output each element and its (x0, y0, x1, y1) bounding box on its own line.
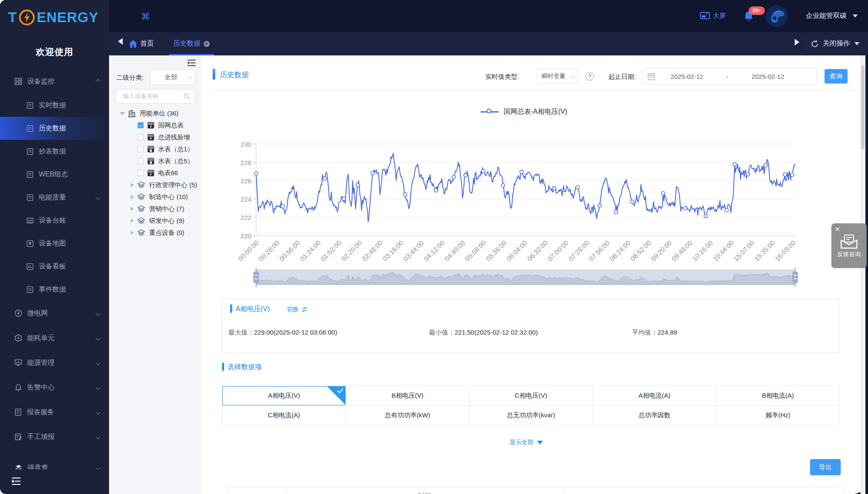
close-icon[interactable]: ✕ (835, 225, 840, 233)
tree-node-group-重点设备 (0)[interactable]: 重点设备 (0) (111, 227, 201, 239)
tree-node-group-营销中心 (7)[interactable]: 营销中心 (7) (111, 203, 201, 215)
data-point-marker[interactable] (342, 197, 346, 200)
metric-option-B相电流(A)[interactable]: B相电流(A) (716, 386, 840, 406)
data-point-marker[interactable] (725, 208, 728, 212)
data-point-marker[interactable] (790, 173, 794, 176)
export-button[interactable]: 导出 (810, 459, 841, 475)
datazoom-handle-right[interactable] (793, 272, 798, 283)
sidebar-item-WEB组态[interactable]: WEB组态 (0, 163, 109, 186)
data-point-marker[interactable] (661, 191, 665, 195)
caret-collapsed-icon[interactable] (131, 219, 134, 223)
panel-collapse-icon[interactable] (187, 59, 196, 66)
sidebar-item-能源管理[interactable]: 能源管理 (0, 350, 109, 375)
tree-node-device-水表（总1）[interactable]: 水表（总1） (111, 143, 201, 155)
notifications-button[interactable]: 99+ (744, 11, 754, 22)
data-point-marker[interactable] (683, 206, 687, 210)
sidebar-item-能耗单元[interactable]: 能耗单元 (0, 326, 109, 350)
checkbox[interactable] (138, 146, 144, 152)
scrollbar-track[interactable] (860, 55, 865, 494)
sidebar-item-历史数据[interactable]: 历史数据 (0, 117, 109, 140)
tabs-scroll-left-icon[interactable] (118, 38, 123, 45)
tab-close-icon[interactable]: ✕ (204, 41, 210, 47)
tab-home[interactable]: 首页 (129, 32, 154, 55)
metric-option-A相电流(A)[interactable]: A相电流(A) (593, 386, 716, 406)
metric-option-总功率因数[interactable]: 总功率因数 (593, 406, 716, 425)
sidebar-item-设备台账[interactable]: 设备台账 (0, 209, 109, 232)
realtime-type-select[interactable]: 瞬时变量 (536, 69, 578, 84)
sidebar-item-事件数据[interactable]: 事件数据 (0, 278, 109, 301)
query-button[interactable]: 查询 (825, 69, 848, 84)
data-point-marker[interactable] (281, 205, 284, 208)
caret-collapsed-icon[interactable] (131, 195, 134, 199)
checkbox[interactable] (138, 158, 144, 164)
sidebar-item-设备地图[interactable]: 设备地图 (0, 232, 109, 255)
sidebar-item-报表服务[interactable]: 报表服务 (0, 400, 109, 425)
sidebar-item-电能质量[interactable]: 电能质量 (0, 186, 109, 209)
history-line-chart[interactable]: 22022222422622823000:00:0000:28:0000:56:… (201, 102, 823, 294)
data-point-marker[interactable] (783, 173, 787, 176)
category-filter-select[interactable]: 全部 (150, 69, 195, 85)
metric-option-B相电压(V)[interactable]: B相电压(V) (346, 386, 470, 406)
tree-node-device-总进线新增[interactable]: 总进线新增 (111, 131, 201, 143)
date-end-input[interactable]: 2025-02-12 (736, 73, 800, 80)
metric-option-频率(Hz)[interactable]: 频率(Hz) (716, 406, 840, 425)
checkbox[interactable] (138, 134, 144, 140)
switch-metric-link[interactable]: 切换 (287, 306, 308, 313)
scrollbar-thumb[interactable] (861, 65, 865, 149)
data-point-marker[interactable] (552, 187, 556, 190)
metric-option-A相电压(V)[interactable]: A相电压(V) (222, 386, 346, 406)
data-point-marker[interactable] (576, 185, 579, 189)
data-point-marker[interactable] (733, 162, 736, 166)
datazoom-handle-left[interactable] (254, 272, 259, 283)
metric-option-总有功功率(kW)[interactable]: 总有功功率(kW) (346, 406, 470, 425)
data-point-marker[interactable] (764, 163, 767, 167)
data-point-marker[interactable] (403, 193, 407, 196)
datazoom-selection[interactable] (256, 270, 795, 285)
tree-node-group-制造中心 (10)[interactable]: 制造中心 (10) (111, 191, 201, 203)
data-point-marker[interactable] (746, 173, 750, 176)
data-point-marker[interactable] (464, 173, 467, 177)
data-point-marker[interactable] (482, 169, 485, 173)
data-point-marker[interactable] (614, 210, 617, 214)
big-screen-button[interactable]: 大屏 (700, 12, 726, 20)
caret-collapsed-icon[interactable] (131, 183, 134, 187)
menu-fold-icon[interactable] (12, 477, 21, 485)
tree-node-group-行政管理中心 (5)[interactable]: 行政管理中心 (5) (111, 179, 201, 191)
device-search-input[interactable]: 输入设备名称 (116, 89, 195, 104)
close-operations-dropdown[interactable]: 关闭操作 (810, 32, 859, 55)
data-point-marker[interactable] (502, 184, 505, 187)
show-all-link[interactable]: 显示全部 (510, 439, 543, 446)
tree-node-device-水表（总5）[interactable]: 水表（总5） (111, 155, 201, 167)
caret-collapsed-icon[interactable] (131, 231, 134, 235)
tree-node-group-研发中心 (9)[interactable]: 研发中心 (9) (111, 215, 201, 227)
checkbox[interactable] (138, 170, 144, 176)
data-point-marker[interactable] (598, 204, 601, 207)
data-point-marker[interactable] (434, 188, 438, 192)
tab-history-data[interactable]: 历史数据 ✕ (169, 32, 214, 55)
data-point-marker[interactable] (254, 172, 258, 175)
data-point-marker[interactable] (704, 214, 707, 218)
date-range-picker[interactable]: 2025-02-12 - 2025-02-12 (643, 68, 817, 84)
tree-node-device-国网总表[interactable]: 国网总表 (111, 119, 201, 131)
help-icon[interactable]: ? (585, 72, 594, 81)
metric-option-总无功功率(kvar)[interactable]: 总无功功率(kvar) (470, 406, 593, 425)
caret-expanded-icon[interactable] (120, 112, 125, 115)
sidebar-item-手工填报[interactable]: 手工填报 (0, 425, 109, 449)
data-point-marker[interactable] (371, 171, 374, 175)
data-point-marker[interactable] (323, 176, 326, 180)
data-point-marker[interactable] (520, 170, 523, 173)
sidebar-item-设备看板[interactable]: 设备看板 (0, 255, 109, 278)
sidebar-item-实时数据[interactable]: 实时数据 (0, 94, 109, 117)
sidebar-item-微电网[interactable]: 微电网 (0, 301, 109, 326)
feedback-widget[interactable]: ✕ 反馈咨询 (831, 223, 867, 268)
tree-node-device-电表66[interactable]: 电表66 (111, 167, 201, 179)
data-point-marker[interactable] (356, 183, 360, 187)
tabs-scroll-right-icon[interactable] (795, 39, 799, 46)
sidebar-item-告警中心[interactable]: 告警中心 (0, 375, 109, 400)
caret-collapsed-icon[interactable] (131, 207, 134, 211)
data-point-marker[interactable] (452, 175, 456, 179)
metric-option-C相电流(A)[interactable]: C相电流(A) (222, 406, 346, 425)
sidebar-item-抄表数据[interactable]: 抄表数据 (0, 140, 109, 163)
user-menu[interactable]: 企业能管双碳 (806, 12, 858, 20)
tree-node-root[interactable]: 用能单位 (36) (111, 107, 201, 119)
